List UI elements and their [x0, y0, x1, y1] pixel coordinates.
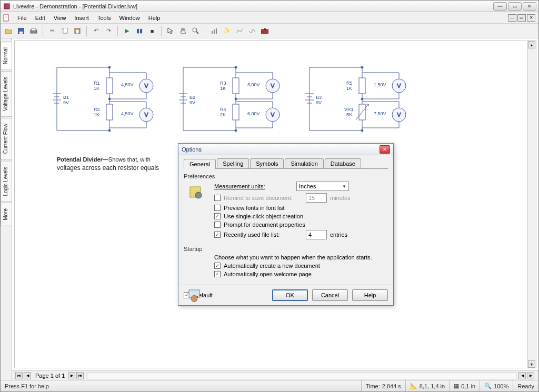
mdi-close-button[interactable]: ✕: [527, 14, 535, 22]
wizard-icon[interactable]: ✨: [221, 25, 233, 37]
close-button[interactable]: ✕: [523, 2, 536, 11]
dialog-title: Options: [182, 146, 380, 153]
tab-general[interactable]: General: [184, 159, 216, 169]
ok-button[interactable]: OK: [272, 289, 308, 301]
copy-icon[interactable]: [59, 25, 71, 37]
paste-icon[interactable]: [72, 25, 83, 37]
toolbox-icon[interactable]: [259, 25, 271, 37]
auto-welcome-checkbox[interactable]: [214, 271, 221, 277]
redo-icon[interactable]: ↷: [103, 25, 114, 37]
svg-rect-18: [264, 28, 266, 30]
svg-rect-104: [197, 296, 198, 298]
pause-icon[interactable]: ▮▮: [134, 25, 145, 37]
auto-new-checkbox[interactable]: [214, 263, 221, 269]
singleclick-label: Use single-click object creation: [224, 213, 303, 219]
doc-heading: Potential Divider—Shows that, with: [57, 156, 151, 163]
tab-logic-levels[interactable]: Logic Levels: [1, 161, 12, 202]
scroll-down-icon[interactable]: ▼: [528, 360, 535, 368]
stop-icon[interactable]: ■: [146, 25, 158, 37]
mdi-restore-button[interactable]: ▭: [517, 14, 526, 22]
auto-new-label: Automatically create a new document: [224, 263, 320, 269]
prefs-heading: Preferences: [184, 173, 388, 179]
play-icon[interactable]: ▶: [121, 25, 133, 37]
svg-text:V: V: [397, 83, 401, 89]
tab-more[interactable]: More: [1, 203, 12, 226]
status-help: Press F1 for help: [1, 380, 361, 391]
svg-rect-49: [233, 78, 239, 94]
startup-hint: Choose what you want to happen when the …: [214, 254, 372, 260]
mdi-minimize-button[interactable]: —: [508, 14, 516, 22]
undo-icon[interactable]: ↶: [90, 25, 102, 37]
recent-checkbox[interactable]: [214, 232, 221, 238]
measurement-combo[interactable]: Inches▼: [296, 182, 349, 191]
prompt-label: Prompt for document properties: [224, 222, 305, 228]
tab-normal[interactable]: Normal: [1, 42, 12, 70]
horizontal-scrollbar: ⏮ ◀ Page 1 of 1 ▶ ⏭ ◀ ▶: [12, 370, 538, 380]
cut-icon[interactable]: ✂: [46, 25, 58, 37]
menu-view[interactable]: View: [49, 13, 71, 23]
tab-symbols[interactable]: Symbols: [250, 158, 284, 168]
graph2-icon[interactable]: [246, 25, 258, 37]
recent-spinner[interactable]: 4: [306, 230, 327, 239]
scroll-right-icon[interactable]: ▶: [527, 372, 534, 379]
singleclick-checkbox[interactable]: [214, 213, 221, 219]
startup-heading: Startup: [184, 246, 388, 252]
menu-insert[interactable]: Insert: [70, 13, 93, 23]
svg-text:V: V: [271, 112, 275, 118]
page-last-icon[interactable]: ⏭: [76, 372, 84, 379]
remind-label: Remind to save document:: [224, 195, 303, 201]
tab-simulation[interactable]: Simulation: [285, 158, 323, 168]
recent-label: Recently used file list:: [224, 232, 303, 238]
graph1-icon[interactable]: [234, 25, 245, 37]
chart-icon[interactable]: [208, 25, 220, 37]
svg-rect-5: [19, 32, 23, 34]
svg-point-100: [361, 129, 363, 132]
tab-database[interactable]: Database: [325, 158, 361, 168]
preview-checkbox[interactable]: [214, 205, 221, 211]
menu-edit[interactable]: Edit: [31, 13, 49, 23]
startup-icon: [187, 288, 204, 305]
zoom-icon[interactable]: [190, 25, 202, 37]
dialog-titlebar[interactable]: Options ✕: [178, 144, 393, 155]
scroll-left-icon[interactable]: ◀: [518, 372, 526, 379]
options-dialog: Options ✕ General Spelling Symbols Simul…: [178, 143, 394, 306]
circuit-3: V V B3 9V R5 1K 1,50V VR1 5K: [294, 52, 415, 141]
svg-point-102: [195, 192, 202, 198]
dialog-close-button[interactable]: ✕: [380, 145, 390, 154]
tab-spelling[interactable]: Spelling: [217, 158, 249, 168]
svg-text:V: V: [144, 112, 148, 118]
page-first-icon[interactable]: ⏮: [15, 372, 23, 379]
svg-rect-51: [233, 104, 239, 120]
pan-icon[interactable]: [177, 25, 189, 37]
print-icon[interactable]: [28, 25, 39, 37]
hscroll-track[interactable]: [87, 372, 516, 379]
page-prev-icon[interactable]: ◀: [24, 372, 31, 379]
scroll-up-icon[interactable]: ▲: [528, 41, 535, 48]
page-next-icon[interactable]: ▶: [68, 372, 75, 379]
titlebar[interactable]: Livewire - Demonstration - [Potential Di…: [1, 1, 538, 12]
svg-rect-22: [106, 78, 113, 94]
maximize-button[interactable]: ▭: [508, 2, 522, 11]
cancel-button[interactable]: Cancel: [312, 289, 348, 301]
svg-point-44: [108, 98, 111, 100]
status-ready: Ready: [513, 380, 538, 391]
open-icon[interactable]: [3, 25, 14, 37]
tab-current-flow[interactable]: Current Flow: [1, 118, 12, 159]
menu-window[interactable]: Window: [115, 13, 144, 23]
pointer-icon[interactable]: [165, 25, 176, 37]
save-icon[interactable]: [15, 25, 27, 37]
menu-file[interactable]: File: [13, 13, 31, 23]
vertical-scrollbar[interactable]: ▲ ▼: [527, 41, 536, 368]
svg-rect-3: [5, 17, 7, 17]
doc-heading-2: voltages across each resistor equals: [57, 164, 159, 172]
prompt-checkbox[interactable]: [214, 222, 221, 228]
minimize-button[interactable]: —: [493, 2, 507, 11]
menu-help[interactable]: Help: [144, 13, 165, 23]
help-button[interactable]: Help: [352, 289, 388, 301]
svg-point-71: [235, 98, 237, 100]
menu-tools[interactable]: Tools: [93, 13, 115, 23]
tab-voltage-levels[interactable]: Voltage Levels: [1, 71, 12, 117]
svg-point-12: [193, 28, 197, 32]
svg-point-99: [361, 98, 363, 100]
status-grid: ▦0,1 in: [449, 380, 480, 391]
